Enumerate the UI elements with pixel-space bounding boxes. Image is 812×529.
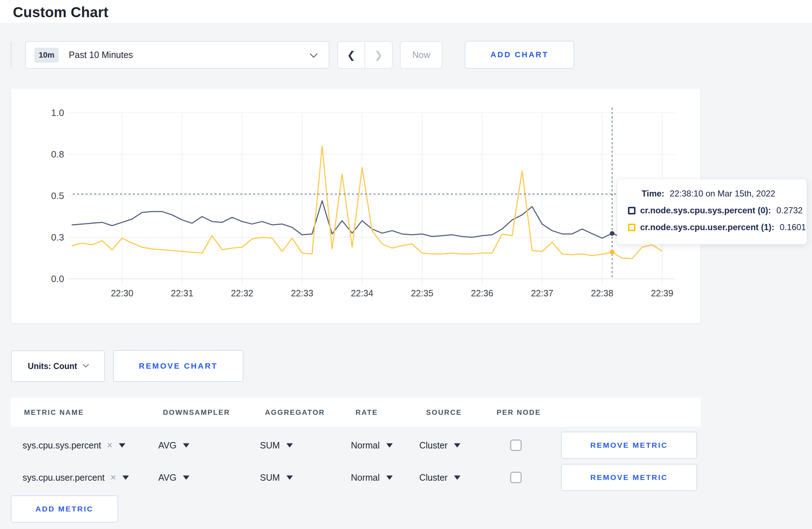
custom-chart-page: { "page": { "title": "Custom Chart" }, "…: [0, 0, 812, 529]
series-line-0: [72, 201, 662, 238]
y-tick-label: 1.0: [25, 107, 64, 118]
time-next-button[interactable]: ❯: [365, 42, 392, 68]
caret-down-icon: [286, 443, 293, 447]
caret-down-icon: [183, 443, 189, 447]
tooltip-time-value: 22:38:10 on Mar 15th, 2022: [670, 189, 775, 199]
rate-select[interactable]: Normal: [351, 440, 393, 451]
column-header-downsampler: DOWNSAMPLER: [163, 408, 230, 416]
caret-down-icon: [286, 475, 293, 480]
x-tick-label: 22:31: [161, 288, 204, 299]
source-select-value: Cluster: [419, 440, 448, 451]
metric-name-select[interactable]: sys.cpu.user.percent×: [23, 472, 129, 483]
header-band: [0, 0, 812, 23]
y-tick-label: 0.3: [25, 232, 64, 243]
tooltip-series-row: cr.node.sys.cpu.user.percent (1):0.1601: [628, 222, 798, 232]
metric-name-select-value: sys.cpu.user.percent: [23, 472, 105, 483]
x-tick-label: 22:37: [521, 288, 564, 299]
metric-row: sys.cpu.sys.percent×AVGSUMNormalClusterR…: [11, 432, 701, 459]
toolbar-divider: [11, 42, 11, 68]
tooltip-series-value: 0.2732: [776, 205, 802, 215]
units-label: Units: Count: [28, 361, 77, 371]
caret-down-icon: [119, 443, 125, 447]
hover-dot-series-0: [610, 231, 614, 236]
tooltip-series-value: 0.1601: [780, 222, 806, 232]
remove-metric-button[interactable]: REMOVE METRIC: [561, 432, 697, 459]
tooltip-series-label: cr.node.sys.cpu.sys.percent (0):: [640, 205, 771, 215]
tooltip-time-title: Time:: [642, 189, 664, 199]
chevron-down-icon: [83, 361, 89, 367]
aggregator-select[interactable]: SUM: [260, 472, 293, 483]
x-tick-label: 22:33: [281, 288, 324, 299]
time-prev-button[interactable]: ❮: [338, 42, 365, 68]
y-tick-label: 0.8: [25, 149, 64, 160]
series-line-1: [72, 146, 662, 259]
metric-name-select-value: sys.cpu.sys.percent: [23, 440, 101, 451]
rate-select-value: Normal: [351, 440, 380, 451]
chart-hover-tooltip: Time: 22:38:10 on Mar 15th, 2022 cr.node…: [617, 179, 807, 244]
rate-select-value: Normal: [351, 472, 380, 483]
column-header-source: SOURCE: [426, 408, 462, 416]
hover-dot-series-1: [610, 250, 614, 254]
caret-down-icon: [454, 475, 460, 480]
y-tick-label: 0.0: [25, 273, 64, 285]
x-tick-label: 22:30: [101, 288, 144, 299]
caret-down-icon: [183, 475, 189, 480]
caret-down-icon: [386, 443, 393, 447]
series-swatch-icon: [628, 224, 635, 231]
caret-down-icon: [386, 475, 393, 480]
page-title: Custom Chart: [13, 4, 108, 20]
per-node-checkbox[interactable]: [510, 440, 522, 451]
downsampler-select-value: AVG: [158, 472, 177, 483]
x-tick-label: 22:35: [401, 288, 444, 299]
x-tick-label: 22:38: [581, 288, 624, 299]
downsampler-select-value: AVG: [158, 440, 177, 451]
x-tick-label: 22:36: [461, 288, 504, 299]
time-range-badge: 10m: [34, 48, 59, 63]
x-tick-label: 22:34: [340, 288, 383, 299]
tooltip-series-rows: cr.node.sys.cpu.sys.percent (0):0.2732cr…: [628, 205, 798, 232]
add-metric-button[interactable]: ADD METRIC: [11, 495, 118, 523]
time-range-label: Past 10 Minutes: [69, 50, 133, 60]
add-chart-button[interactable]: ADD CHART: [465, 41, 574, 69]
chart-card: 0.00.30.50.81.0 22:3022:3122:3222:3322:3…: [11, 88, 701, 324]
downsampler-select[interactable]: AVG: [158, 440, 189, 451]
chevron-down-icon: [310, 50, 318, 58]
aggregator-select-value: SUM: [260, 440, 280, 451]
x-tick-label: 22:39: [641, 288, 683, 299]
remove-metric-x-icon[interactable]: ×: [110, 472, 116, 483]
chevron-right-icon: ❯: [374, 49, 383, 61]
source-select[interactable]: Cluster: [419, 440, 460, 451]
caret-down-icon: [122, 475, 129, 480]
tooltip-series-label: cr.node.sys.cpu.user.percent (1):: [640, 222, 774, 232]
remove-chart-button[interactable]: REMOVE CHART: [113, 350, 243, 382]
remove-metric-button[interactable]: REMOVE METRIC: [561, 464, 697, 491]
metrics-table-header: METRIC NAMEDOWNSAMPLERAGGREGATORRATESOUR…: [11, 398, 701, 427]
caret-down-icon: [454, 443, 460, 447]
chevron-left-icon: ❮: [347, 49, 355, 61]
tooltip-time-row: Time: 22:38:10 on Mar 15th, 2022: [628, 189, 798, 199]
remove-metric-x-icon[interactable]: ×: [107, 440, 113, 451]
aggregator-select[interactable]: SUM: [260, 440, 293, 451]
column-header-metric-name: METRIC NAME: [24, 408, 84, 416]
metric-name-select[interactable]: sys.cpu.sys.percent×: [23, 440, 125, 451]
aggregator-select-value: SUM: [260, 472, 280, 483]
column-header-rate: RATE: [356, 408, 378, 416]
column-header-per-node: PER NODE: [497, 408, 541, 416]
downsampler-select[interactable]: AVG: [158, 472, 189, 483]
units-select[interactable]: Units: Count: [11, 350, 105, 382]
now-button[interactable]: Now: [400, 41, 443, 69]
y-tick-label: 0.5: [25, 190, 64, 202]
source-select-value: Cluster: [419, 472, 448, 483]
metric-row: sys.cpu.user.percent×AVGSUMNormalCluster…: [11, 464, 701, 491]
source-select[interactable]: Cluster: [419, 472, 460, 483]
time-range-select[interactable]: 10m Past 10 Minutes: [25, 41, 329, 69]
column-header-aggregator: AGGREGATOR: [265, 408, 325, 416]
series-swatch-icon: [628, 207, 635, 214]
rate-select[interactable]: Normal: [351, 472, 393, 483]
per-node-checkbox[interactable]: [510, 472, 522, 483]
x-tick-label: 22:32: [221, 288, 264, 299]
tooltip-series-row: cr.node.sys.cpu.sys.percent (0):0.2732: [628, 205, 798, 215]
time-nav-group: ❮ ❯: [337, 41, 393, 69]
